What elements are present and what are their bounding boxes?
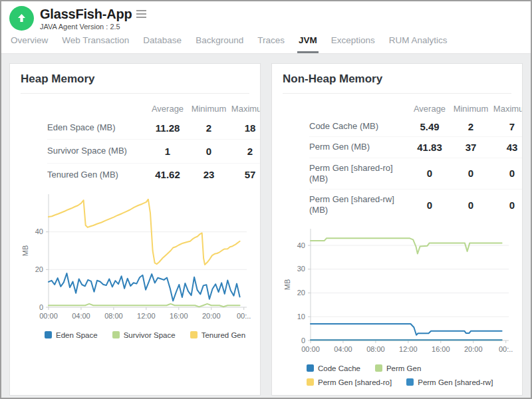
metric-maximum: 57 [229,169,261,180]
non-heap-memory-panel: Non-Heap Memory Average Minimum Maximum … [271,63,523,396]
svg-text:12:00: 12:00 [137,312,156,320]
svg-text:00:..: 00:.. [237,312,251,320]
legend-swatch [307,364,314,372]
column-header-minimum: Minimum [188,100,229,116]
tab-exceptions[interactable]: Exceptions [330,35,376,53]
tab-jvm[interactable]: JVM [297,35,319,53]
legend-item-perm-gen-shared-ro[interactable]: Perm Gen [shared-ro] [307,378,392,386]
tab-bar: Overview Web Transaction Database Backgr… [9,35,523,53]
svg-text:40: 40 [35,227,43,235]
app-window: GlassFish-App JAVA Agent Version : 2.5 O… [0,0,532,399]
legend-item-perm-gen-shared-rw[interactable]: Perm Gen [shared-rw] [406,378,493,386]
legend-label: Perm Gen [386,364,421,372]
table-row: Perm Gen (MB) 41.83 37 43 [309,136,523,157]
tab-overview[interactable]: Overview [9,35,49,53]
legend-swatch [190,331,198,338]
svg-text:08:00: 08:00 [366,345,385,353]
legend-item-eden-space[interactable]: Eden Space [45,331,98,339]
tab-web-transaction[interactable]: Web Transaction [61,35,130,53]
legend-label: Code Cache [318,364,360,372]
svg-text:08:00: 08:00 [104,312,123,320]
svg-text:MB: MB [21,245,29,257]
legend-label: Perm Gen [shared-rw] [418,378,493,386]
app-title: GlassFish-App [40,7,132,21]
metric-label: Tenured Gen (MB) [47,164,147,186]
metric-average: 1 [147,146,188,157]
metric-label: Perm Gen (MB) [309,137,409,157]
non-heap-memory-chart[interactable]: 01020304000:0004:0008:0012:0016:0020:000… [283,225,515,358]
legend-label: Tenured Gen [201,331,246,339]
metric-minimum: 0 [450,168,491,179]
tab-traces[interactable]: Traces [256,35,286,53]
agent-version-label: JAVA Agent Version : 2.5 [40,23,148,31]
hamburger-menu-icon[interactable] [135,8,148,20]
legend-label: Survivor Space [124,331,176,339]
svg-text:10: 10 [297,312,305,320]
table-header-row: Average Minimum Maximum [47,100,261,116]
heap-memory-panel: Heap Memory Average Minimum Maximum Eden… [9,63,261,396]
svg-text:00:..: 00:.. [499,345,513,353]
legend-item-perm-gen[interactable]: Perm Gen [375,364,421,372]
svg-text:40: 40 [297,241,305,249]
column-header-average: Average [409,100,450,116]
svg-text:30: 30 [297,265,305,273]
non-heap-memory-table: Average Minimum Maximum Code Cache (MB) … [309,100,523,221]
metric-average: 41.62 [147,169,188,180]
svg-text:04:00: 04:00 [72,312,90,320]
metric-minimum: 0 [188,146,229,157]
legend-item-code-cache[interactable]: Code Cache [307,364,360,372]
legend-item-tenured-gen[interactable]: Tenured Gen [190,331,246,339]
tab-database[interactable]: Database [142,35,183,53]
svg-text:16:00: 16:00 [170,312,188,320]
column-header-maximum: Maximum [491,100,523,116]
metric-minimum: 37 [450,142,491,153]
column-header-maximum: Maximum [229,100,261,116]
legend-swatch [307,378,314,386]
legend-swatch [112,331,120,338]
svg-text:0: 0 [39,303,43,311]
metric-maximum: 18 [229,122,261,134]
table-row: Code Cache (MB) 5.49 2 7 [309,116,523,136]
metric-maximum: 0 [491,200,523,211]
svg-text:12:00: 12:00 [399,345,418,353]
column-header-average: Average [147,100,188,116]
metric-minimum: 2 [450,121,491,132]
metric-maximum: 2 [229,146,261,157]
heap-panel-title: Heap Memory [21,72,249,94]
metric-average: 0 [409,168,450,179]
metric-label: Perm Gen [shared-rw] (MB) [309,190,409,221]
svg-text:MB: MB [283,279,291,290]
metric-minimum: 23 [188,169,229,180]
table-row: Tenured Gen (MB) 41.62 23 57 [47,163,261,186]
app-brand: GlassFish-App JAVA Agent Version : 2.5 [9,6,523,31]
heap-memory-table: Average Minimum Maximum Eden Space (MB) … [47,100,261,186]
column-header-minimum: Minimum [450,100,491,116]
tab-background[interactable]: Background [194,35,245,53]
metric-average: 5.49 [409,121,450,132]
metric-minimum: 0 [450,200,491,211]
table-row: Survivor Space (MB) 1 0 2 [47,139,261,162]
legend-swatch [406,378,414,386]
metric-average: 41.83 [409,142,450,153]
svg-text:20: 20 [35,265,43,273]
svg-text:04:00: 04:00 [334,345,352,353]
tab-rum-analytics[interactable]: RUM Analytics [388,35,449,53]
non-heap-chart-legend: Code Cache Perm Gen Perm Gen [shared-ro] [307,364,511,386]
heap-memory-chart[interactable]: 0204000:0004:0008:0012:0016:0020:0000:..… [21,190,253,325]
metric-average: 0 [409,200,450,211]
svg-text:20:00: 20:00 [464,345,483,353]
table-row: Eden Space (MB) 11.28 2 18 [47,116,261,139]
table-row: Perm Gen [shared-ro] (MB) 0 0 0 [309,158,523,190]
metric-label: Code Cache (MB) [309,116,409,136]
metric-maximum: 7 [491,121,523,132]
metric-label: Perm Gen [shared-ro] (MB) [309,158,409,190]
svg-text:16:00: 16:00 [432,345,450,353]
svg-text:00:00: 00:00 [39,312,58,320]
app-header: GlassFish-App JAVA Agent Version : 2.5 O… [1,1,531,54]
svg-text:20:00: 20:00 [202,312,221,320]
metric-minimum: 2 [188,122,229,134]
legend-label: Eden Space [56,331,98,339]
legend-item-survivor-space[interactable]: Survivor Space [112,331,176,339]
table-header-row: Average Minimum Maximum [309,100,523,116]
app-status-icon [9,6,34,31]
